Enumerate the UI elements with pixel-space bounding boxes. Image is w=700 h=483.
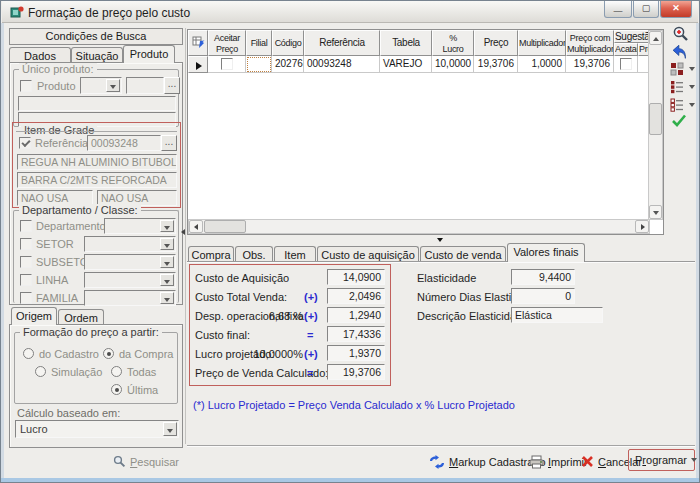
list-outline-icon[interactable] <box>670 98 684 112</box>
col-header-lucro[interactable]: %Lucro <box>432 30 474 56</box>
acatar-checkbox[interactable] <box>620 58 632 70</box>
departamento-checkbox[interactable] <box>20 220 32 232</box>
list-outline-dropdown-icon[interactable] <box>689 103 695 107</box>
grid-options-dropdown-icon[interactable] <box>689 67 695 71</box>
cell-filial[interactable] <box>246 56 272 73</box>
custo-final-value[interactable]: 17,4336 <box>327 326 385 342</box>
custo-total-venda-value[interactable]: 2,0496 <box>327 288 385 304</box>
cell-preco-multiplicador[interactable]: 19,3706 <box>566 56 614 73</box>
produto-browse-button[interactable]: ... <box>164 77 180 94</box>
referencia-browse-button[interactable]: ... <box>161 135 177 151</box>
subsetor-combo[interactable] <box>84 254 176 270</box>
zoom-in-icon[interactable] <box>672 25 689 42</box>
linha-checkbox[interactable] <box>20 274 32 286</box>
maximize-button[interactable]: ▢ <box>633 1 659 18</box>
tab-dados-sobre[interactable]: Dados sobre <box>9 47 71 63</box>
scroll-left-button[interactable] <box>189 220 203 233</box>
produto-desc-field-1[interactable] <box>18 96 176 111</box>
apply-check-icon[interactable] <box>671 113 687 128</box>
aceitar-checkbox[interactable] <box>221 58 233 70</box>
list-style-dropdown-icon[interactable] <box>689 85 695 89</box>
combo-dropdown-button[interactable] <box>163 422 177 436</box>
produto-checkbox[interactable] <box>20 80 32 92</box>
cell-preco[interactable]: 19,3706 <box>474 56 518 73</box>
calculo-combo[interactable]: Lucro <box>15 420 179 438</box>
tab-obs[interactable]: Obs. <box>235 246 273 262</box>
produto-tipo-combo[interactable] <box>80 77 122 94</box>
scroll-right-button[interactable] <box>635 220 649 233</box>
detail-splitter-icon[interactable] <box>437 238 443 242</box>
list-style-icon[interactable] <box>670 80 684 94</box>
grid-hscrollbar[interactable] <box>188 219 650 234</box>
produto-codigo-field[interactable] <box>126 77 164 94</box>
col-header-codigo[interactable]: Código <box>272 30 304 56</box>
elasticidade-value[interactable]: 9,4400 <box>511 269 575 285</box>
scroll-up-button[interactable] <box>649 31 662 45</box>
subsetor-checkbox[interactable] <box>20 256 32 268</box>
departamento-combo[interactable] <box>104 218 176 234</box>
hscroll-thumb[interactable] <box>204 220 246 233</box>
col-header-referencia[interactable]: Referência <box>304 30 380 56</box>
radio-ultima[interactable] <box>111 384 122 395</box>
vscroll-thumb[interactable] <box>649 103 662 135</box>
panel-splitter[interactable] <box>185 28 186 444</box>
programar-button[interactable]: Programar <box>628 449 695 471</box>
custo-aquisicao-value[interactable]: 14,0900 <box>327 269 385 285</box>
cell-referencia[interactable]: 00093248 <box>304 56 380 73</box>
close-button[interactable]: ✕ <box>660 1 692 18</box>
programar-dropdown-icon[interactable] <box>691 458 697 462</box>
cell-acatar[interactable] <box>614 56 638 73</box>
col-header-tabela[interactable]: Tabela <box>380 30 432 56</box>
radio-simulacao[interactable] <box>35 366 46 377</box>
col-header-preco-multiplicador[interactable]: Preço comMultiplicador <box>566 30 614 56</box>
familia-checkbox[interactable] <box>20 292 32 304</box>
col-header-filial[interactable]: Filial <box>246 30 272 56</box>
col-header-acatar[interactable]: Acatar <box>614 43 638 56</box>
radio-todas[interactable] <box>111 366 122 377</box>
setor-combo[interactable] <box>84 236 176 252</box>
radio-do-cadastro[interactable] <box>23 348 34 359</box>
minimize-button[interactable]: — <box>604 1 632 18</box>
col-header-multiplicador[interactable]: Multiplicador <box>518 30 566 56</box>
grid-corner-header[interactable] <box>188 30 208 56</box>
referencia-code-field[interactable]: 00093248 <box>87 135 161 151</box>
tab-valores-finais[interactable]: Valores finais <box>507 243 585 262</box>
referencia-checkbox[interactable] <box>19 137 31 149</box>
linha-combo[interactable] <box>84 272 176 288</box>
item-desc-field-1[interactable]: REGUA NH ALUMINIO BITUBOLAR <box>17 154 177 170</box>
tab-custo-venda[interactable]: Custo de venda <box>420 246 506 262</box>
scroll-down-button[interactable] <box>649 205 662 219</box>
cell-codigo[interactable]: 20276 <box>272 56 304 73</box>
title-bar[interactable]: Formação de preço pelo custo — ▢ ✕ <box>2 1 698 23</box>
row-indicator[interactable] <box>188 56 208 73</box>
combo-dropdown-button[interactable] <box>106 79 120 92</box>
setor-checkbox[interactable] <box>20 238 32 250</box>
grid-vscrollbar[interactable] <box>648 30 663 220</box>
tab-item[interactable]: Item <box>274 246 316 262</box>
pesquisar-button[interactable]: Pesquisar <box>113 452 179 471</box>
cell-multiplicador[interactable]: 1,0000 <box>518 56 566 73</box>
dias-elasticidade-value[interactable]: 0 <box>511 288 575 304</box>
splitter-collapse-icon[interactable] <box>181 229 185 235</box>
tab-ordem[interactable]: Ordem <box>58 309 104 325</box>
tab-compra[interactable]: Compra <box>188 246 234 262</box>
radio-da-compra[interactable] <box>103 348 114 359</box>
tab-produto[interactable]: Produto <box>123 45 175 63</box>
col-header-aceitar-preco[interactable]: AceitarPreço <box>208 30 246 56</box>
col-header-sugestao[interactable]: Sugestão <box>614 30 650 43</box>
cell-aceitar-preco[interactable] <box>208 56 246 73</box>
preco-venda-calculado-value[interactable]: 19,3706 <box>327 364 385 380</box>
item-desc-field-2[interactable]: BARRA C/2MTS REFORCADA <box>17 172 177 188</box>
grid-options-icon[interactable] <box>670 62 684 76</box>
desp-operacional-value[interactable]: 1,2940 <box>327 307 385 323</box>
tab-origem[interactable]: Origem <box>11 307 57 325</box>
tab-situacao[interactable]: Situação <box>71 47 123 63</box>
cell-perc-lucro[interactable]: 10,0000 <box>432 56 474 73</box>
lucro-projetado-value[interactable]: 1,9370 <box>327 345 385 361</box>
tab-custo-aquisicao[interactable]: Custo de aquisição <box>317 246 419 262</box>
cell-tabela[interactable]: VAREJO <box>380 56 432 73</box>
descricao-elasticidade-value[interactable]: Elástica <box>511 307 603 323</box>
familia-combo[interactable] <box>84 290 176 306</box>
col-header-preco[interactable]: Preço <box>474 30 518 56</box>
imprimir-button[interactable]: Imprimir <box>529 452 588 471</box>
